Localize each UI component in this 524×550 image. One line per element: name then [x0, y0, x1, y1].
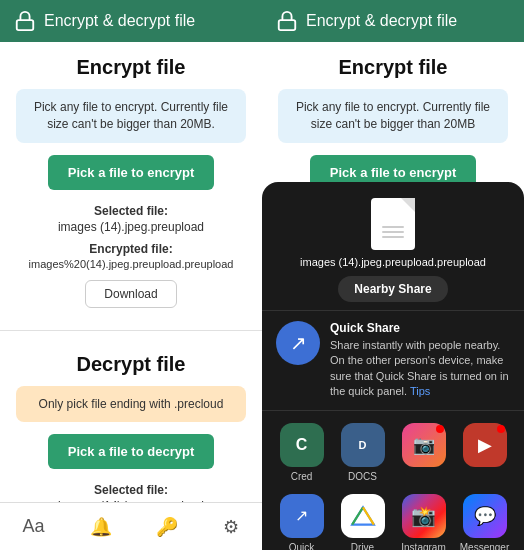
- quick-share-arrow-icon: ↗: [290, 331, 307, 355]
- photo-icon: 📷: [402, 423, 446, 467]
- messenger-label: Messenger Chats: [459, 542, 510, 550]
- instagram-label: Instagram: [401, 542, 445, 550]
- encrypt-section: Encrypt file Pick any file to encrypt. C…: [0, 42, 262, 322]
- section-divider: [0, 330, 262, 331]
- key-nav-icon[interactable]: 🔑: [156, 516, 178, 538]
- file-line-2: [382, 231, 404, 233]
- encrypt-selected-value: images (14).jpeg.preupload: [16, 220, 246, 234]
- red-dot-2: [497, 425, 505, 433]
- download-button[interactable]: Download: [85, 280, 176, 308]
- right-main: Encrypt file Pick any file to encrypt. C…: [262, 42, 524, 550]
- pick-decrypt-button[interactable]: Pick a file to decrypt: [48, 434, 214, 469]
- encrypted-label: Encrypted file:: [16, 242, 246, 256]
- messenger-icon: 💬: [463, 494, 507, 538]
- quick-share-row: ↗ Quick Share Share instantly with peopl…: [276, 321, 510, 400]
- red-app-icon: ▶: [463, 423, 507, 467]
- svg-line-3: [352, 507, 363, 524]
- svg-rect-1: [279, 20, 296, 30]
- file-line-3: [382, 236, 404, 238]
- docs-label: DOCS: [348, 471, 377, 482]
- file-icon-lines: [382, 226, 404, 238]
- share-app-cred[interactable]: C Cred: [276, 423, 327, 482]
- quick-share-icon-wrap[interactable]: ↗: [276, 321, 320, 365]
- nearby-share-button[interactable]: Nearby Share: [338, 276, 447, 302]
- share-app-quickshare[interactable]: ↗ Quick Share: [276, 494, 327, 550]
- right-panel: Encrypt & decrypt file Encrypt file Pick…: [262, 0, 524, 550]
- drive-label: Drive: [351, 542, 374, 550]
- bottom-nav: Aa 🔔 🔑 ⚙: [0, 502, 262, 550]
- share-apps-grid-row2: ↗ Quick Share Drive: [262, 494, 524, 550]
- bell-nav-icon[interactable]: 🔔: [90, 516, 112, 538]
- decrypt-selected-label: Selected file:: [16, 483, 246, 497]
- decrypt-info: Only pick file ending with .precloud: [16, 386, 246, 423]
- quick-share-info: Quick Share Share instantly with people …: [330, 321, 510, 400]
- font-nav-icon[interactable]: Aa: [22, 516, 44, 537]
- share-overlay: images (14).jpeg.preupload.preupload Nea…: [262, 182, 524, 550]
- right-header: Encrypt & decrypt file: [262, 0, 524, 42]
- quick-share-label: Quick Share: [330, 321, 510, 335]
- share-app-red[interactable]: ▶: [459, 423, 510, 482]
- quickshare-icon: ↗: [280, 494, 324, 538]
- encrypt-info: Pick any file to encrypt. Currently file…: [16, 89, 246, 143]
- share-app-messenger[interactable]: 💬 Messenger Chats: [459, 494, 510, 550]
- svg-line-4: [363, 507, 374, 524]
- encrypt-selected-label: Selected file:: [16, 204, 246, 218]
- tips-link[interactable]: Tips: [410, 385, 430, 397]
- share-app-docs[interactable]: D DOCS: [337, 423, 388, 482]
- quick-share-desc: Share instantly with people nearby. On t…: [330, 338, 510, 400]
- right-encrypt-title: Encrypt file: [278, 56, 508, 79]
- share-app-drive[interactable]: Drive: [337, 494, 388, 550]
- left-panel: Encrypt & decrypt file Encrypt file Pick…: [0, 0, 262, 550]
- share-apps-grid-row1: C Cred D DOCS 📷: [262, 411, 524, 494]
- docs-icon: D: [341, 423, 385, 467]
- cred-label: Cred: [291, 471, 313, 482]
- encrypted-value: images%20(14).jpeg.preupload.preupload: [16, 258, 246, 270]
- instagram-icon: 📸: [402, 494, 446, 538]
- share-file-info: images (14).jpeg.preupload.preupload Nea…: [262, 182, 524, 311]
- right-lock-icon: [276, 10, 298, 32]
- svg-rect-0: [17, 20, 34, 30]
- drive-icon: [341, 494, 385, 538]
- right-header-title: Encrypt & decrypt file: [306, 12, 457, 30]
- svg-marker-2: [352, 507, 374, 524]
- file-line-1: [382, 226, 404, 228]
- share-file-name: images (14).jpeg.preupload.preupload: [300, 256, 486, 268]
- cred-icon: C: [280, 423, 324, 467]
- left-scroll: Encrypt file Pick any file to encrypt. C…: [0, 42, 262, 550]
- quickshare-label: Quick Share: [276, 542, 327, 550]
- encrypt-title: Encrypt file: [16, 56, 246, 79]
- right-encrypt-info: Pick any file to encrypt. Currently file…: [278, 89, 508, 143]
- share-app-instagram[interactable]: 📸 Instagram: [398, 494, 449, 550]
- share-quick-section: ↗ Quick Share Share instantly with peopl…: [262, 311, 524, 411]
- gear-nav-icon[interactable]: ⚙: [223, 516, 239, 538]
- left-header-title: Encrypt & decrypt file: [44, 12, 195, 30]
- share-app-photo[interactable]: 📷: [398, 423, 449, 482]
- red-dot-1: [436, 425, 444, 433]
- decrypt-title: Decrypt file: [16, 353, 246, 376]
- left-header: Encrypt & decrypt file: [0, 0, 262, 42]
- lock-icon: [14, 10, 36, 32]
- pick-encrypt-button[interactable]: Pick a file to encrypt: [48, 155, 214, 190]
- file-icon: [371, 198, 415, 250]
